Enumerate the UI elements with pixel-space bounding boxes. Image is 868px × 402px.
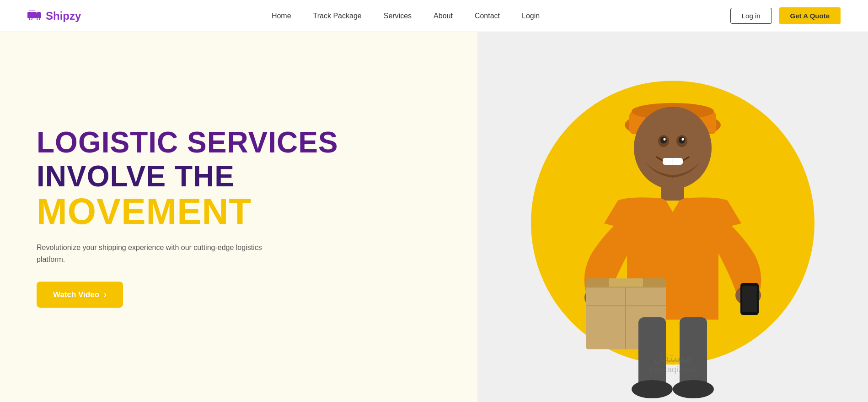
hero-description: Revolutionize your shipping experience w… bbox=[37, 242, 274, 265]
svg-point-15 bbox=[681, 138, 684, 141]
svg-point-14 bbox=[663, 138, 665, 141]
svg-rect-18 bbox=[661, 185, 684, 201]
svg-rect-29 bbox=[680, 317, 707, 388]
get-quote-button[interactable]: Get A Quote bbox=[779, 7, 841, 24]
svg-rect-5 bbox=[29, 10, 35, 11]
svg-rect-0 bbox=[27, 12, 37, 18]
svg-point-3 bbox=[29, 17, 32, 20]
hero-left: LOGISTIC SERVICES INVOLVE THE MOVEMENT R… bbox=[0, 32, 477, 402]
svg-point-12 bbox=[660, 137, 667, 144]
nav-home[interactable]: Home bbox=[272, 12, 291, 20]
header-actions: Log in Get A Quote bbox=[730, 7, 841, 24]
hero-right: مستقل mostaqi.com bbox=[477, 32, 868, 402]
hero-section: LOGISTIC SERVICES INVOLVE THE MOVEMENT R… bbox=[0, 32, 868, 402]
main-nav: Home Track Package Services About Contac… bbox=[81, 12, 730, 20]
arrow-icon: › bbox=[104, 290, 107, 299]
svg-point-4 bbox=[37, 17, 40, 20]
watch-video-label: Watch Video bbox=[53, 290, 99, 299]
nav-login[interactable]: Login bbox=[522, 12, 540, 20]
svg-point-31 bbox=[673, 380, 714, 398]
delivery-person-image bbox=[536, 59, 810, 402]
nav-track-package[interactable]: Track Package bbox=[313, 12, 362, 20]
watch-video-button[interactable]: Watch Video › bbox=[37, 282, 123, 308]
svg-rect-22 bbox=[742, 286, 757, 312]
svg-point-13 bbox=[679, 137, 685, 144]
header: Shipzy Home Track Package Services About… bbox=[0, 0, 868, 32]
hero-heading-2: INVOLVE THE bbox=[37, 160, 441, 192]
hero-heading-1: LOGISTIC SERVICES bbox=[37, 126, 441, 158]
hero-heading-3: MOVEMENT bbox=[37, 192, 441, 231]
svg-rect-28 bbox=[638, 317, 666, 388]
svg-point-30 bbox=[632, 380, 673, 398]
svg-rect-27 bbox=[609, 278, 643, 287]
nav-about[interactable]: About bbox=[434, 12, 453, 20]
brand-name: Shipzy bbox=[46, 10, 81, 22]
logo[interactable]: Shipzy bbox=[27, 9, 81, 23]
logo-icon bbox=[27, 9, 42, 23]
login-button[interactable]: Log in bbox=[730, 8, 772, 24]
nav-contact[interactable]: Contact bbox=[475, 12, 500, 20]
svg-marker-2 bbox=[37, 12, 41, 14]
nav-services[interactable]: Services bbox=[384, 12, 412, 20]
